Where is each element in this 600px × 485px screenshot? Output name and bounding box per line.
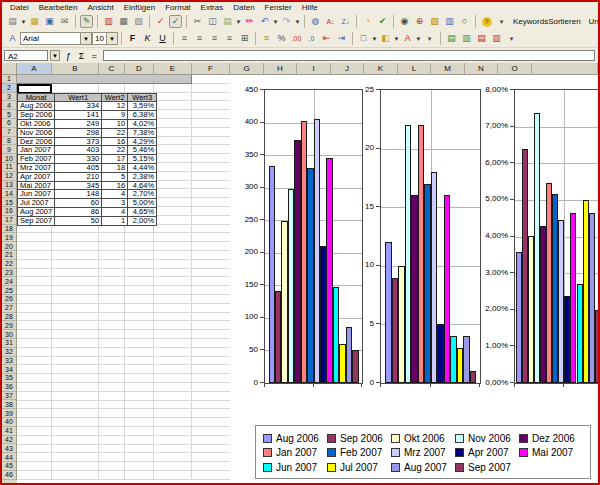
borders-dropdown-icon[interactable]: ▼	[371, 32, 378, 45]
row-header-13[interactable]: 13	[2, 181, 17, 190]
grid-area[interactable]: MonatWert1Wert2Wert3Aug 2006334123,59%Se…	[17, 75, 598, 484]
new-document-dropdown-icon[interactable]: ▼	[20, 15, 27, 28]
table-cell[interactable]: Apr 2007	[18, 172, 55, 181]
row-header-44[interactable]: 44	[2, 453, 17, 462]
row-header-25[interactable]: 25	[2, 286, 17, 295]
insert-rows-button[interactable]: ▤	[445, 32, 458, 45]
menu-item-format[interactable]: Format	[160, 3, 195, 12]
font-color-dropdown-icon[interactable]: ▼	[415, 32, 422, 45]
add-decimal-button[interactable]: ,00	[290, 32, 303, 45]
column-header-b[interactable]: B	[52, 63, 99, 75]
table-cell[interactable]: 4	[102, 190, 128, 199]
row-header-23[interactable]: 23	[2, 269, 17, 278]
row-header-8[interactable]: 8	[2, 137, 17, 146]
table-header-cell[interactable]: Wert2	[102, 93, 128, 102]
table-cell[interactable]: 5	[102, 172, 128, 181]
cut-button[interactable]: ✂	[191, 15, 204, 28]
column-header-n[interactable]: N	[465, 63, 498, 75]
row-header-27[interactable]: 27	[2, 304, 17, 313]
row-header-39[interactable]: 39	[2, 409, 17, 418]
table-cell[interactable]: 373	[55, 137, 102, 146]
row-header-20[interactable]: 20	[2, 242, 17, 251]
table-cell[interactable]: 5,46%	[128, 146, 157, 155]
table-cell[interactable]: Sep 2007	[18, 216, 55, 225]
table-cell[interactable]: Dez 2006	[18, 137, 55, 146]
column-header-m[interactable]: M	[431, 63, 465, 75]
find-replace-button[interactable]: ◉	[398, 15, 411, 28]
row-header-19[interactable]: 19	[2, 233, 17, 242]
table-cell[interactable]: 18	[102, 163, 128, 172]
insert-columns-button[interactable]: ▥	[460, 32, 473, 45]
spellcheck-button[interactable]: ✓	[154, 15, 167, 28]
table-cell[interactable]: Mrz 2007	[18, 163, 55, 172]
table-cell[interactable]: Sep 2006	[18, 111, 55, 120]
table-cell[interactable]: 345	[55, 181, 102, 190]
menu-item-hilfe[interactable]: Hilfe	[297, 3, 323, 12]
font-name-combo[interactable]: Arial▼	[20, 32, 92, 45]
undo-dropdown-icon[interactable]: ▼	[272, 15, 279, 28]
auto-spellcheck-button[interactable]: ✓	[169, 15, 182, 28]
row-header-45[interactable]: 45	[2, 462, 17, 471]
toolbar-options-3-button[interactable]: ▾	[505, 32, 518, 45]
row-header-29[interactable]: 29	[2, 321, 17, 330]
row-header-24[interactable]: 24	[2, 277, 17, 286]
toolbar-options-2-button[interactable]: ▾	[423, 32, 436, 45]
row-header-31[interactable]: 31	[2, 339, 17, 348]
undo-button[interactable]: ↶	[258, 15, 271, 28]
menu-item-daten[interactable]: Daten	[228, 3, 259, 12]
row-header-10[interactable]: 10	[2, 154, 17, 163]
select-all-corner[interactable]	[2, 63, 17, 75]
table-cell[interactable]: 10	[102, 119, 128, 128]
open-file-button[interactable]: ▦	[28, 15, 41, 28]
table-cell[interactable]: 4,65%	[128, 207, 157, 216]
chart-object[interactable]: 05010015020025030035040045005101520250,0…	[230, 75, 598, 480]
table-cell[interactable]: 7,38%	[128, 128, 157, 137]
table-cell[interactable]: 4,29%	[128, 137, 157, 146]
navigator-button[interactable]: ⊕	[413, 15, 426, 28]
table-cell[interactable]: 12	[102, 102, 128, 111]
table-cell[interactable]: 6,38%	[128, 111, 157, 120]
row-header-4[interactable]: 4	[2, 101, 17, 110]
table-cell[interactable]: 403	[55, 146, 102, 155]
row-header-28[interactable]: 28	[2, 313, 17, 322]
table-cell[interactable]: 1	[102, 216, 128, 225]
table-cell[interactable]: 86	[55, 207, 102, 216]
increase-indent-button[interactable]: ⇥	[335, 32, 348, 45]
table-cell[interactable]: 2,38%	[128, 172, 157, 181]
name-box[interactable]: A2	[4, 50, 48, 61]
column-header-o[interactable]: O	[498, 63, 532, 75]
table-cell[interactable]: 5,00%	[128, 199, 157, 208]
column-header-l[interactable]: L	[398, 63, 431, 75]
sum-button[interactable]: Σ	[75, 49, 88, 62]
row-header-21[interactable]: 21	[2, 251, 17, 260]
table-cell[interactable]: Aug 2007	[18, 207, 55, 216]
table-cell[interactable]: 50	[55, 216, 102, 225]
align-right-button[interactable]: ≡	[208, 32, 221, 45]
row-header-3[interactable]: 3	[2, 93, 17, 102]
font-color-button[interactable]: A	[401, 32, 414, 45]
table-cell[interactable]: Okt 2006	[18, 119, 55, 128]
delete-columns-button[interactable]: ▥	[490, 32, 503, 45]
background-color-button[interactable]: ◧	[379, 32, 392, 45]
table-cell[interactable]: Mai 2007	[18, 181, 55, 190]
page-preview-button[interactable]: ▧	[132, 15, 145, 28]
column-header-g[interactable]: G	[230, 63, 264, 75]
delete-decimal-button[interactable]: ,0	[305, 32, 318, 45]
table-cell[interactable]: 16	[102, 137, 128, 146]
column-header-d[interactable]: D	[125, 63, 154, 75]
help-button[interactable]: ?	[480, 15, 493, 28]
row-header-2[interactable]: 2	[2, 84, 17, 93]
gallery-button[interactable]: ▨	[428, 15, 441, 28]
table-cell[interactable]: 16	[102, 181, 128, 190]
name-box-dropdown-icon[interactable]: ▼	[50, 50, 60, 61]
table-cell[interactable]: 22	[102, 128, 128, 137]
delete-rows-button[interactable]: ▤	[475, 32, 488, 45]
row-header-5[interactable]: 5	[2, 110, 17, 119]
currency-format-button[interactable]: ¤	[260, 32, 273, 45]
sort-ascending-button[interactable]: A↓	[324, 15, 337, 28]
table-cell[interactable]: Nov 2006	[18, 128, 55, 137]
data-table[interactable]: MonatWert1Wert2Wert3Aug 2006334123,59%Se…	[17, 93, 157, 226]
table-cell[interactable]: 3,59%	[128, 102, 157, 111]
table-cell[interactable]: Jul 2007	[18, 199, 55, 208]
table-cell[interactable]: Jan 2007	[18, 146, 55, 155]
